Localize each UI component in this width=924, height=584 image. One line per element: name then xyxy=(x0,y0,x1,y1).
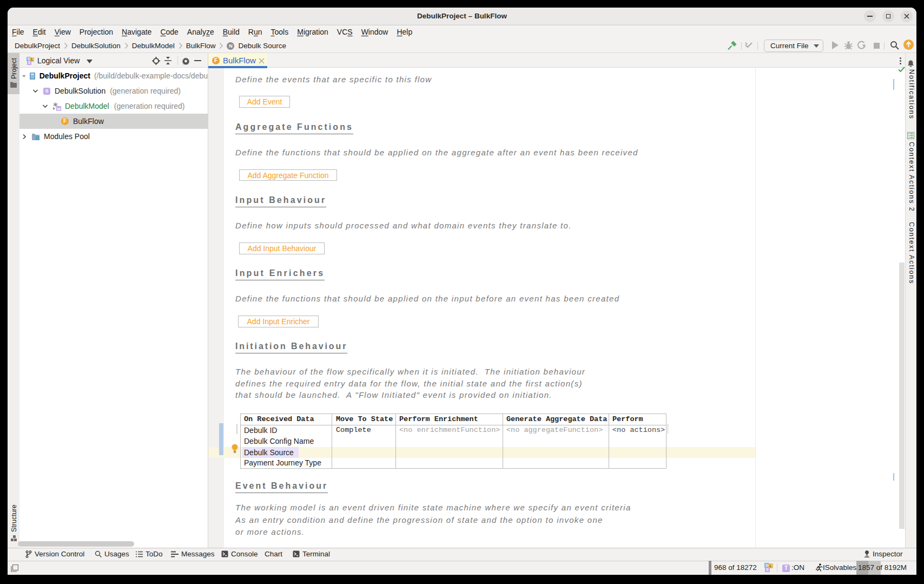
svg-text:M: M xyxy=(57,106,60,111)
